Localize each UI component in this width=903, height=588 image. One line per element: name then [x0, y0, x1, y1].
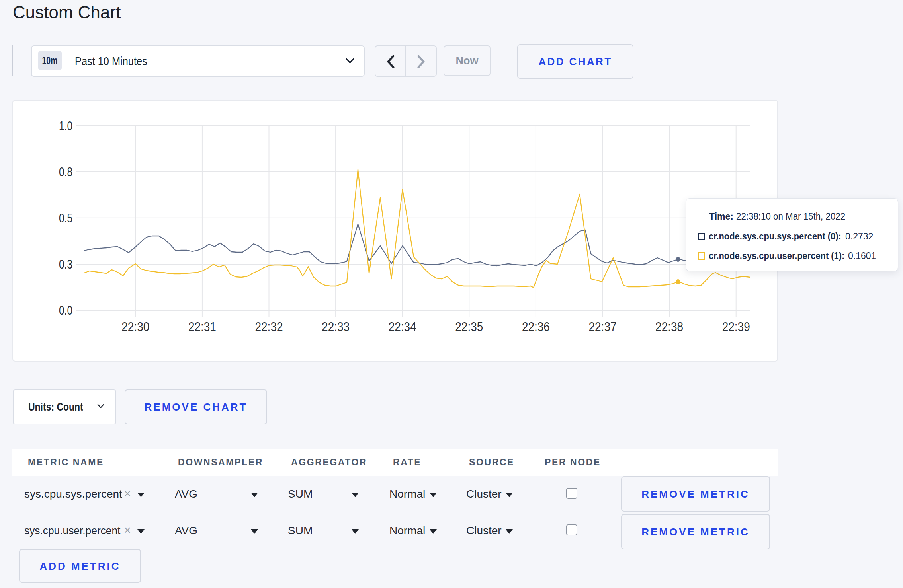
- svg-text:22:35: 22:35: [455, 320, 483, 334]
- svg-text:22:37: 22:37: [589, 320, 617, 334]
- svg-text:22:30: 22:30: [121, 320, 149, 334]
- svg-text:22:36: 22:36: [522, 320, 550, 334]
- svg-text:22:34: 22:34: [389, 320, 416, 334]
- svg-text:0.5: 0.5: [59, 211, 72, 225]
- svg-text:22:32: 22:32: [255, 320, 283, 334]
- svg-text:22:33: 22:33: [322, 320, 350, 334]
- svg-text:1.0: 1.0: [59, 119, 72, 133]
- svg-text:22:38: 22:38: [655, 320, 683, 334]
- svg-text:0.8: 0.8: [59, 165, 72, 179]
- svg-text:0.3: 0.3: [59, 257, 72, 271]
- svg-text:22:39: 22:39: [722, 320, 750, 334]
- svg-text:22:31: 22:31: [188, 320, 216, 334]
- svg-text:0.0: 0.0: [59, 303, 72, 317]
